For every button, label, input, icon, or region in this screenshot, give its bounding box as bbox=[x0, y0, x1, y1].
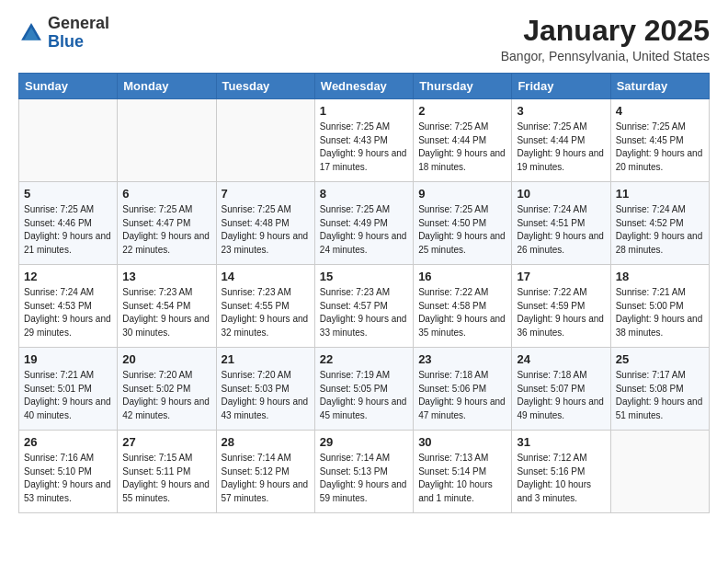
calendar-week-row: 19Sunrise: 7:21 AM Sunset: 5:01 PM Dayli… bbox=[19, 348, 710, 431]
day-info: Sunrise: 7:25 AM Sunset: 4:45 PM Dayligh… bbox=[616, 121, 704, 174]
day-info: Sunrise: 7:16 AM Sunset: 5:10 PM Dayligh… bbox=[24, 452, 112, 505]
calendar-cell: 16Sunrise: 7:22 AM Sunset: 4:58 PM Dayli… bbox=[414, 265, 512, 348]
day-info: Sunrise: 7:25 AM Sunset: 4:44 PM Dayligh… bbox=[517, 121, 605, 174]
calendar-cell: 29Sunrise: 7:14 AM Sunset: 5:13 PM Dayli… bbox=[314, 431, 413, 513]
day-info: Sunrise: 7:18 AM Sunset: 5:06 PM Dayligh… bbox=[418, 369, 506, 422]
day-info: Sunrise: 7:24 AM Sunset: 4:53 PM Dayligh… bbox=[24, 286, 112, 339]
calendar-table: SundayMondayTuesdayWednesdayThursdayFrid… bbox=[18, 73, 710, 513]
title-block: January 2025 Bangor, Pennsylvania, Unite… bbox=[501, 15, 710, 63]
logo-icon bbox=[18, 20, 44, 46]
logo: General Blue bbox=[18, 15, 109, 52]
day-info: Sunrise: 7:23 AM Sunset: 4:57 PM Dayligh… bbox=[320, 286, 408, 339]
weekday-header: Tuesday bbox=[216, 74, 314, 99]
weekday-header: Wednesday bbox=[314, 74, 413, 99]
day-number: 18 bbox=[616, 270, 704, 283]
logo-blue-text: Blue bbox=[48, 32, 84, 51]
day-number: 19 bbox=[24, 352, 112, 366]
calendar-cell: 30Sunrise: 7:13 AM Sunset: 5:14 PM Dayli… bbox=[414, 431, 512, 513]
day-number: 17 bbox=[517, 270, 605, 283]
day-number: 4 bbox=[616, 104, 704, 118]
calendar-cell: 22Sunrise: 7:19 AM Sunset: 5:05 PM Dayli… bbox=[314, 348, 413, 431]
day-info: Sunrise: 7:25 AM Sunset: 4:46 PM Dayligh… bbox=[24, 203, 112, 257]
day-info: Sunrise: 7:24 AM Sunset: 4:52 PM Dayligh… bbox=[616, 203, 704, 257]
calendar-cell: 7Sunrise: 7:25 AM Sunset: 4:48 PM Daylig… bbox=[216, 182, 314, 265]
location: Bangor, Pennsylvania, United States bbox=[501, 49, 710, 63]
calendar-week-row: 26Sunrise: 7:16 AM Sunset: 5:10 PM Dayli… bbox=[19, 431, 710, 513]
day-info: Sunrise: 7:21 AM Sunset: 5:01 PM Dayligh… bbox=[24, 369, 112, 422]
calendar-cell: 2Sunrise: 7:25 AM Sunset: 4:44 PM Daylig… bbox=[414, 99, 512, 182]
weekday-header: Thursday bbox=[414, 74, 512, 99]
calendar-cell: 1Sunrise: 7:25 AM Sunset: 4:43 PM Daylig… bbox=[314, 99, 413, 182]
day-number: 26 bbox=[24, 435, 112, 449]
calendar-cell: 24Sunrise: 7:18 AM Sunset: 5:07 PM Dayli… bbox=[512, 348, 610, 431]
page: General Blue January 2025 Bangor, Pennsy… bbox=[0, 0, 728, 528]
day-info: Sunrise: 7:25 AM Sunset: 4:43 PM Dayligh… bbox=[320, 121, 408, 174]
day-number: 14 bbox=[222, 270, 310, 283]
calendar-cell: 19Sunrise: 7:21 AM Sunset: 5:01 PM Dayli… bbox=[19, 348, 118, 431]
calendar-cell: 12Sunrise: 7:24 AM Sunset: 4:53 PM Dayli… bbox=[19, 265, 118, 348]
calendar-cell: 28Sunrise: 7:14 AM Sunset: 5:12 PM Dayli… bbox=[216, 431, 314, 513]
day-number: 6 bbox=[122, 187, 210, 201]
day-number: 27 bbox=[122, 435, 210, 449]
day-number: 1 bbox=[320, 104, 408, 118]
calendar-cell: 6Sunrise: 7:25 AM Sunset: 4:47 PM Daylig… bbox=[118, 182, 216, 265]
calendar-cell: 20Sunrise: 7:20 AM Sunset: 5:02 PM Dayli… bbox=[118, 348, 216, 431]
day-info: Sunrise: 7:12 AM Sunset: 5:16 PM Dayligh… bbox=[517, 452, 605, 505]
calendar-cell: 26Sunrise: 7:16 AM Sunset: 5:10 PM Dayli… bbox=[19, 431, 118, 513]
day-number: 12 bbox=[24, 270, 112, 283]
day-number: 3 bbox=[517, 104, 605, 118]
day-info: Sunrise: 7:25 AM Sunset: 4:49 PM Dayligh… bbox=[320, 203, 408, 257]
calendar-cell: 9Sunrise: 7:25 AM Sunset: 4:50 PM Daylig… bbox=[414, 182, 512, 265]
calendar-cell: 4Sunrise: 7:25 AM Sunset: 4:45 PM Daylig… bbox=[610, 99, 709, 182]
calendar-cell: 10Sunrise: 7:24 AM Sunset: 4:51 PM Dayli… bbox=[512, 182, 610, 265]
day-number: 20 bbox=[122, 352, 210, 366]
day-number: 16 bbox=[418, 270, 506, 283]
day-number: 5 bbox=[24, 187, 112, 201]
day-info: Sunrise: 7:22 AM Sunset: 4:59 PM Dayligh… bbox=[517, 286, 605, 339]
day-number: 22 bbox=[320, 352, 408, 366]
day-number: 28 bbox=[222, 435, 310, 449]
day-number: 25 bbox=[616, 352, 704, 366]
header: General Blue January 2025 Bangor, Pennsy… bbox=[18, 15, 710, 63]
logo-general-text: General bbox=[48, 14, 109, 32]
day-info: Sunrise: 7:23 AM Sunset: 4:55 PM Dayligh… bbox=[222, 286, 310, 339]
day-number: 21 bbox=[222, 352, 310, 366]
calendar-cell: 17Sunrise: 7:22 AM Sunset: 4:59 PM Dayli… bbox=[512, 265, 610, 348]
calendar-cell bbox=[610, 431, 709, 513]
calendar-week-row: 12Sunrise: 7:24 AM Sunset: 4:53 PM Dayli… bbox=[19, 265, 710, 348]
calendar-cell: 18Sunrise: 7:21 AM Sunset: 5:00 PM Dayli… bbox=[610, 265, 709, 348]
day-number: 23 bbox=[418, 352, 506, 366]
calendar-cell: 15Sunrise: 7:23 AM Sunset: 4:57 PM Dayli… bbox=[314, 265, 413, 348]
weekday-header: Saturday bbox=[610, 74, 709, 99]
calendar-cell: 8Sunrise: 7:25 AM Sunset: 4:49 PM Daylig… bbox=[314, 182, 413, 265]
calendar-cell: 14Sunrise: 7:23 AM Sunset: 4:55 PM Dayli… bbox=[216, 265, 314, 348]
day-info: Sunrise: 7:22 AM Sunset: 4:58 PM Dayligh… bbox=[418, 286, 506, 339]
day-number: 10 bbox=[517, 187, 605, 201]
day-info: Sunrise: 7:19 AM Sunset: 5:05 PM Dayligh… bbox=[320, 369, 408, 422]
day-number: 30 bbox=[418, 435, 506, 449]
weekday-header: Monday bbox=[118, 74, 216, 99]
weekday-header: Sunday bbox=[19, 74, 118, 99]
day-number: 29 bbox=[320, 435, 408, 449]
calendar-cell: 3Sunrise: 7:25 AM Sunset: 4:44 PM Daylig… bbox=[512, 99, 610, 182]
calendar-week-row: 1Sunrise: 7:25 AM Sunset: 4:43 PM Daylig… bbox=[19, 99, 710, 182]
month-title: January 2025 bbox=[501, 15, 710, 47]
day-info: Sunrise: 7:15 AM Sunset: 5:11 PM Dayligh… bbox=[122, 452, 210, 505]
calendar-header-row: SundayMondayTuesdayWednesdayThursdayFrid… bbox=[19, 74, 710, 99]
day-number: 7 bbox=[222, 187, 310, 201]
calendar-cell: 5Sunrise: 7:25 AM Sunset: 4:46 PM Daylig… bbox=[19, 182, 118, 265]
day-info: Sunrise: 7:14 AM Sunset: 5:12 PM Dayligh… bbox=[222, 452, 310, 505]
day-info: Sunrise: 7:14 AM Sunset: 5:13 PM Dayligh… bbox=[320, 452, 408, 505]
day-info: Sunrise: 7:25 AM Sunset: 4:50 PM Dayligh… bbox=[418, 203, 506, 257]
day-number: 31 bbox=[517, 435, 605, 449]
calendar-cell: 25Sunrise: 7:17 AM Sunset: 5:08 PM Dayli… bbox=[610, 348, 709, 431]
calendar-cell: 27Sunrise: 7:15 AM Sunset: 5:11 PM Dayli… bbox=[118, 431, 216, 513]
day-info: Sunrise: 7:25 AM Sunset: 4:48 PM Dayligh… bbox=[222, 203, 310, 257]
calendar-cell: 23Sunrise: 7:18 AM Sunset: 5:06 PM Dayli… bbox=[414, 348, 512, 431]
day-info: Sunrise: 7:21 AM Sunset: 5:00 PM Dayligh… bbox=[616, 286, 704, 339]
day-info: Sunrise: 7:13 AM Sunset: 5:14 PM Dayligh… bbox=[418, 452, 506, 505]
calendar-cell: 31Sunrise: 7:12 AM Sunset: 5:16 PM Dayli… bbox=[512, 431, 610, 513]
day-number: 15 bbox=[320, 270, 408, 283]
day-info: Sunrise: 7:24 AM Sunset: 4:51 PM Dayligh… bbox=[517, 203, 605, 257]
day-info: Sunrise: 7:23 AM Sunset: 4:54 PM Dayligh… bbox=[122, 286, 210, 339]
